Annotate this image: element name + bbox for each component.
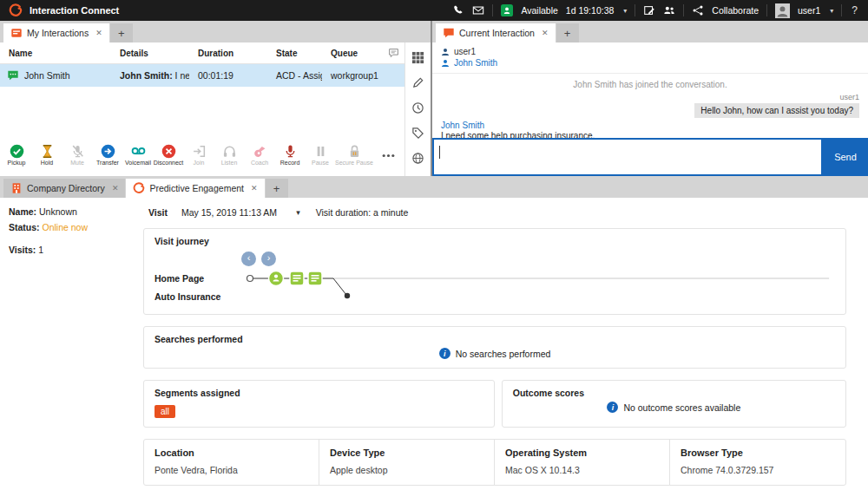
journey-prev-button[interactable]: ‹ bbox=[241, 252, 256, 266]
compose-icon[interactable] bbox=[643, 4, 655, 16]
session-timer[interactable]: 1d 19:10:38 bbox=[566, 5, 614, 16]
coach-icon bbox=[253, 144, 267, 159]
phone-icon[interactable] bbox=[452, 4, 464, 16]
participant[interactable]: John Smith bbox=[441, 58, 859, 68]
listen-icon bbox=[222, 144, 237, 159]
disconnect-button[interactable]: Disconnect bbox=[154, 144, 183, 166]
notes-icon[interactable] bbox=[411, 76, 424, 89]
engagement-tabbar: Company Directory ✕ Predictive Engagemen… bbox=[0, 176, 868, 198]
send-button[interactable]: Send bbox=[823, 138, 868, 176]
tag-icon[interactable] bbox=[411, 127, 424, 140]
more-button[interactable] bbox=[373, 144, 403, 164]
message-author[interactable]: John Smith bbox=[441, 121, 859, 130]
text-caret bbox=[439, 146, 440, 159]
user-avatar[interactable] bbox=[775, 3, 790, 18]
people-icon[interactable] bbox=[663, 4, 675, 16]
visit-label: Visit bbox=[148, 207, 168, 218]
detail-label: Device Type bbox=[330, 448, 483, 458]
divider bbox=[683, 4, 684, 16]
add-tab-button[interactable]: + bbox=[556, 23, 579, 42]
grid-view-icon[interactable] bbox=[411, 51, 424, 64]
listen-button[interactable]: Listen bbox=[214, 144, 244, 166]
column-header-details[interactable]: Details bbox=[111, 49, 189, 58]
visitor-profile: Name: Unknown Status: Online now Visits:… bbox=[9, 206, 143, 490]
genesys-tab-icon bbox=[133, 182, 145, 194]
toolbar-button-label: Coach bbox=[251, 160, 268, 166]
interaction-duration: 00:01:19 bbox=[189, 70, 267, 81]
hold-button[interactable]: Hold bbox=[32, 144, 62, 166]
status-available-icon[interactable] bbox=[501, 4, 513, 16]
journey-next-button[interactable]: › bbox=[261, 252, 276, 266]
participant[interactable]: user1 bbox=[441, 47, 859, 56]
add-tab-button[interactable]: + bbox=[110, 23, 133, 42]
toolbar-button-label: Record bbox=[280, 160, 300, 166]
interactions-tab-icon bbox=[10, 27, 23, 39]
column-header-state[interactable]: State bbox=[267, 49, 322, 58]
chat-transcript: John Smith has joined the conversation. … bbox=[432, 74, 868, 138]
tab-label: Predictive Engagement bbox=[149, 183, 244, 193]
chat-input[interactable] bbox=[432, 138, 823, 176]
join-icon bbox=[192, 144, 207, 159]
chevron-down-icon[interactable]: ▾ bbox=[830, 7, 833, 15]
add-tab-button[interactable]: + bbox=[266, 179, 288, 198]
visit-journey-card: Visit journey ‹ › Home Page Auto Insuran… bbox=[143, 228, 846, 315]
detail-location: LocationPonte Vedra, Florida bbox=[144, 440, 319, 485]
mute-button[interactable]: Mute bbox=[62, 144, 92, 166]
interaction-row[interactable]: John Smith John Smith: I need so... 00:0… bbox=[0, 64, 404, 87]
email-icon[interactable] bbox=[472, 4, 484, 16]
interaction-details: John Smith: I need so... bbox=[111, 70, 189, 81]
toolbar-button-label: Disconnect bbox=[154, 160, 184, 166]
join-button[interactable]: Join bbox=[184, 144, 214, 166]
close-icon[interactable]: ✕ bbox=[112, 184, 119, 193]
column-header-queue[interactable]: Queue bbox=[322, 49, 380, 58]
divider bbox=[492, 4, 493, 16]
collaborate-label[interactable]: Collaborate bbox=[712, 5, 759, 16]
voicemail-icon bbox=[131, 144, 146, 159]
current-interaction-panel: Current Interaction ✕ + user1 John Smith… bbox=[432, 21, 868, 176]
searches-card: Searches performed i No searches perform… bbox=[143, 326, 846, 369]
chevron-down-icon[interactable]: ▾ bbox=[623, 7, 627, 15]
card-title: Segments assigned bbox=[155, 388, 483, 398]
username[interactable]: user1 bbox=[798, 5, 820, 16]
detail-browser-type: Browser TypeChrome 74.0.3729.157 bbox=[670, 440, 845, 485]
globe-icon[interactable] bbox=[411, 152, 424, 165]
toolbar-button-label: Secure Pause bbox=[335, 160, 373, 166]
detail-device-type: Device TypeApple desktop bbox=[319, 440, 495, 485]
status-label[interactable]: Available bbox=[521, 5, 557, 16]
chevron-down-icon: ▾ bbox=[296, 208, 300, 217]
tab-current-interaction[interactable]: Current Interaction ✕ bbox=[436, 23, 556, 42]
collaborate-icon[interactable] bbox=[692, 4, 704, 16]
column-header-name[interactable]: Name bbox=[0, 49, 111, 58]
visit-date-dropdown[interactable]: May 15, 2019 11:13 AM ▾ bbox=[181, 207, 300, 218]
segment-badge: all bbox=[155, 405, 175, 418]
tab-my-interactions[interactable]: My Interactions ✕ bbox=[3, 23, 109, 42]
coach-button[interactable]: Coach bbox=[245, 144, 274, 166]
tab-company-directory[interactable]: Company Directory ✕ bbox=[3, 179, 125, 198]
visit-duration: Visit duration: a minute bbox=[316, 207, 409, 218]
detail-value: Apple desktop bbox=[330, 465, 483, 475]
help-button[interactable]: ? bbox=[850, 4, 859, 16]
divider bbox=[841, 4, 842, 16]
close-icon[interactable]: ✕ bbox=[542, 29, 549, 37]
tab-label: My Interactions bbox=[27, 28, 89, 38]
secure-pause-button[interactable]: Secure Pause bbox=[336, 144, 372, 166]
system-message: John Smith has joined the conversation. bbox=[441, 80, 859, 89]
history-icon[interactable] bbox=[411, 101, 424, 114]
voicemail-button[interactable]: Voicemail bbox=[123, 144, 153, 166]
column-header-duration[interactable]: Duration bbox=[189, 49, 267, 58]
message-text: I need some help purchasing insurance. bbox=[441, 131, 595, 138]
close-icon[interactable]: ✕ bbox=[95, 29, 102, 37]
queue-view-icon[interactable] bbox=[380, 48, 404, 59]
more-icon bbox=[381, 148, 396, 163]
divider bbox=[766, 4, 767, 16]
close-icon[interactable]: ✕ bbox=[251, 184, 258, 193]
visit-row: Visit May 15, 2019 11:13 AM ▾ Visit dura… bbox=[148, 207, 846, 218]
tab-predictive-engagement[interactable]: Predictive Engagement ✕ bbox=[126, 179, 264, 198]
record-button[interactable]: Record bbox=[275, 144, 305, 166]
detail-value: Chrome 74.0.3729.157 bbox=[681, 465, 835, 475]
toolbar-button-label: Pickup bbox=[7, 160, 25, 166]
toolbar-button-label: Voicemail bbox=[125, 160, 151, 166]
pickup-button[interactable]: Pickup bbox=[2, 144, 31, 166]
transfer-button[interactable]: Transfer bbox=[93, 144, 122, 166]
pause-button[interactable]: Pause bbox=[306, 144, 335, 166]
